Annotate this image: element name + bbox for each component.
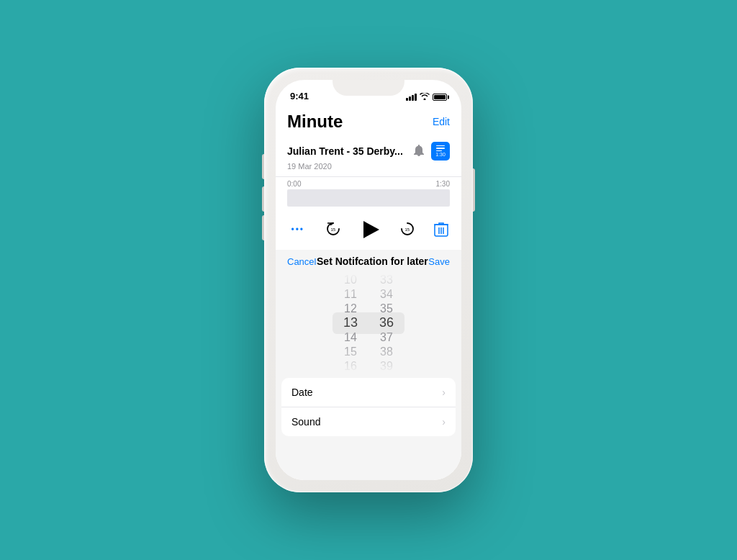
play-icon bbox=[363, 221, 379, 238]
skip-back-button[interactable]: 15 bbox=[323, 218, 345, 241]
hour-16[interactable]: 16 bbox=[333, 359, 368, 374]
bell-icon[interactable] bbox=[414, 145, 424, 158]
recording-duration: 1:30 bbox=[435, 152, 446, 157]
minute-37[interactable]: 37 bbox=[368, 330, 404, 345]
minute-36[interactable]: 36 bbox=[368, 315, 404, 330]
phone-screen: 9:41 Minut bbox=[276, 80, 461, 480]
minute-34[interactable]: 34 bbox=[368, 287, 404, 302]
time-start: 0:00 bbox=[287, 180, 301, 188]
recording-title-row: Julian Trent - 35 Derby... bbox=[287, 142, 450, 161]
recording-item: Julian Trent - 35 Derby... bbox=[276, 136, 461, 177]
status-icons bbox=[406, 93, 447, 101]
app-title: Minute bbox=[287, 112, 343, 132]
minutes-column[interactable]: 33 34 35 36 37 38 39 bbox=[368, 273, 404, 374]
transcript-button[interactable]: 1:30 bbox=[431, 142, 450, 161]
more-options-button[interactable]: ••• bbox=[287, 218, 309, 241]
play-button[interactable] bbox=[358, 217, 382, 243]
sound-chevron-icon: › bbox=[442, 416, 446, 428]
cancel-button[interactable]: Cancel bbox=[287, 256, 316, 267]
edit-button[interactable]: Edit bbox=[433, 116, 450, 127]
app-header: Minute Edit bbox=[276, 106, 461, 136]
skip-forward-icon: 15 bbox=[399, 222, 415, 238]
skip-back-icon: 15 bbox=[325, 222, 341, 238]
playback-controls: ••• 15 bbox=[276, 209, 461, 250]
wifi-icon bbox=[420, 93, 430, 101]
time-labels: 0:00 1:30 bbox=[287, 180, 450, 188]
hour-12[interactable]: 12 bbox=[333, 302, 368, 316]
minute-38[interactable]: 38 bbox=[368, 345, 404, 359]
date-row[interactable]: Date › bbox=[281, 378, 456, 407]
sound-row[interactable]: Sound › bbox=[281, 407, 456, 436]
hour-13[interactable]: 13 bbox=[333, 315, 368, 330]
date-label: Date bbox=[291, 387, 313, 398]
svg-text:15: 15 bbox=[331, 227, 336, 232]
picker-columns: 10 11 12 13 14 15 16 33 34 35 36 bbox=[276, 273, 461, 374]
recording-title: Julian Trent - 35 Derby... bbox=[287, 145, 403, 157]
date-chevron-icon: › bbox=[442, 387, 446, 398]
svg-text:15: 15 bbox=[405, 227, 410, 232]
skip-forward-button[interactable]: 15 bbox=[397, 218, 418, 241]
delete-button[interactable] bbox=[433, 220, 450, 240]
minute-39[interactable]: 39 bbox=[368, 359, 404, 374]
notification-title: Set Notifcation for later bbox=[317, 256, 428, 267]
hour-10[interactable]: 10 bbox=[333, 273, 368, 287]
hour-15[interactable]: 15 bbox=[333, 345, 368, 359]
notch bbox=[333, 80, 404, 96]
notification-header: Cancel Set Notifcation for later Save bbox=[276, 250, 461, 273]
phone-mockup: 9:41 Minut bbox=[264, 68, 473, 492]
recording-date: 19 Mar 2020 bbox=[287, 162, 450, 171]
waveform-area: 0:00 1:30 bbox=[276, 177, 461, 209]
minute-33[interactable]: 33 bbox=[368, 273, 404, 287]
hours-column[interactable]: 10 11 12 13 14 15 16 bbox=[333, 273, 368, 374]
battery-icon bbox=[433, 94, 447, 101]
hour-14[interactable]: 14 bbox=[333, 330, 368, 345]
waveform[interactable] bbox=[287, 189, 450, 207]
time-picker[interactable]: 10 11 12 13 14 15 16 33 34 35 36 bbox=[276, 273, 461, 374]
recording-icons: 1:30 bbox=[414, 142, 450, 161]
hour-11[interactable]: 11 bbox=[333, 287, 368, 302]
notification-section: Cancel Set Notifcation for later Save 10… bbox=[276, 250, 461, 480]
sound-label: Sound bbox=[291, 416, 320, 428]
save-button[interactable]: Save bbox=[428, 256, 450, 267]
dots-icon: ••• bbox=[291, 225, 304, 235]
time-end: 1:30 bbox=[436, 180, 450, 188]
settings-rows: Date › Sound › bbox=[281, 378, 456, 436]
app-content: Minute Edit Julian Trent - 35 Derby... bbox=[276, 106, 461, 480]
minute-35[interactable]: 35 bbox=[368, 302, 404, 316]
status-time: 9:41 bbox=[290, 91, 309, 101]
trash-icon bbox=[434, 222, 448, 238]
signal-icon bbox=[406, 94, 417, 101]
